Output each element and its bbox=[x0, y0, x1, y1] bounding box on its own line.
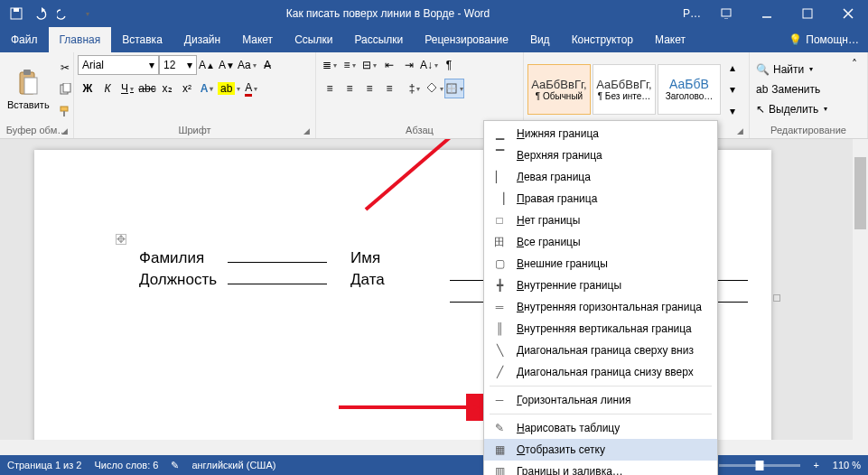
subscript-button[interactable]: x₂ bbox=[157, 79, 177, 98]
status-words[interactable]: Число слов: 6 bbox=[94, 460, 158, 470]
qat-save[interactable] bbox=[5, 3, 27, 24]
border-item-4[interactable]: □Нет границы bbox=[484, 210, 717, 231]
font-name-select[interactable]: Arial▾ bbox=[78, 55, 159, 75]
zoom-level[interactable]: 110 % bbox=[833, 460, 861, 470]
clipboard-launcher[interactable]: ◢ bbox=[61, 126, 68, 135]
tab-конструктор[interactable]: Конструктор bbox=[561, 27, 644, 52]
styles-more[interactable]: ▾ bbox=[723, 101, 742, 121]
tab-главная[interactable]: Главная bbox=[49, 27, 112, 52]
border-item-8[interactable]: ═Внутренняя горизонтальная граница bbox=[484, 296, 717, 318]
align-center-button[interactable]: ≡ bbox=[340, 79, 359, 98]
tab-файл[interactable]: Файл bbox=[0, 27, 49, 52]
border-item-3[interactable]: ▕Правая граница bbox=[484, 188, 717, 210]
status-proofing-icon[interactable]: ✎ bbox=[171, 460, 179, 471]
qat-undo[interactable] bbox=[29, 3, 51, 24]
border-item-dlg[interactable]: ▥Границы и заливка… bbox=[484, 461, 717, 475]
qat-customize[interactable] bbox=[76, 3, 98, 24]
account-button[interactable]: P… bbox=[678, 7, 705, 20]
borders-button[interactable] bbox=[444, 79, 464, 98]
style-heading[interactable]: АаБбВЗаголово… bbox=[658, 64, 721, 115]
change-case-button[interactable]: Aa bbox=[237, 55, 257, 75]
border-item-grid[interactable]: ▦Отобразить сетку bbox=[484, 439, 717, 461]
font-size-select[interactable]: 12▾ bbox=[159, 55, 197, 75]
styles-down[interactable]: ▾ bbox=[723, 79, 742, 99]
tab-рецензирование[interactable]: Рецензирование bbox=[414, 27, 519, 52]
increase-indent-button[interactable]: ⇥ bbox=[399, 55, 419, 75]
clear-formatting-button[interactable]: A̶ bbox=[257, 55, 277, 75]
styles-gallery[interactable]: АаБбВвГг,¶ Обычный АаБбВвГг,¶ Без инте… … bbox=[527, 64, 721, 115]
tab-ссылки[interactable]: Ссылки bbox=[284, 27, 343, 52]
table-move-handle[interactable]: ✥ bbox=[116, 234, 126, 245]
window-minimize[interactable] bbox=[746, 0, 787, 27]
horizontal-scrollbar[interactable] bbox=[0, 440, 853, 455]
status-language[interactable]: английский (США) bbox=[191, 460, 275, 470]
underline-button[interactable]: Ч bbox=[117, 79, 137, 98]
collapse-ribbon-button[interactable]: ˄ bbox=[845, 54, 864, 74]
border-item-9[interactable]: ║Внутренняя вертикальная граница bbox=[484, 318, 717, 340]
qat-redo[interactable] bbox=[52, 3, 74, 24]
shrink-font-button[interactable]: A▼ bbox=[217, 55, 237, 75]
style-normal[interactable]: АаБбВвГг,¶ Обычный bbox=[527, 64, 591, 115]
border-item-0[interactable]: ▁Нижняя граница bbox=[484, 123, 717, 144]
cell-position-label[interactable]: Должность bbox=[134, 269, 222, 291]
bold-button[interactable]: Ж bbox=[78, 79, 98, 98]
replace-button[interactable]: abЗаменить bbox=[753, 79, 830, 99]
table-resize-handle[interactable] bbox=[773, 294, 780, 302]
window-maximize[interactable] bbox=[787, 0, 827, 27]
select-button[interactable]: ↖Выделить▾ bbox=[753, 99, 830, 119]
show-marks-button[interactable]: ¶ bbox=[439, 55, 459, 75]
cut-button[interactable]: ✂ bbox=[55, 58, 75, 78]
grow-font-button[interactable]: A▲ bbox=[197, 55, 217, 75]
ribbon-display-options[interactable] bbox=[705, 0, 746, 27]
tab-макет[interactable]: Макет bbox=[644, 27, 696, 52]
border-item-5[interactable]: 田Все границы bbox=[484, 231, 717, 253]
align-left-button[interactable]: ≡ bbox=[320, 79, 340, 98]
cell-name-label[interactable]: Имя bbox=[332, 247, 390, 269]
paste-button[interactable]: Вставить bbox=[4, 67, 53, 112]
status-page[interactable]: Страница 1 из 2 bbox=[7, 460, 81, 470]
copy-button[interactable] bbox=[55, 79, 75, 99]
tab-вид[interactable]: Вид bbox=[519, 27, 561, 52]
bullets-button[interactable]: ≣ bbox=[320, 55, 340, 75]
cell-date-label[interactable]: Дата bbox=[332, 269, 390, 291]
border-item-draw[interactable]: ✎Нарисовать таблицу bbox=[484, 417, 717, 439]
superscript-button[interactable]: x² bbox=[177, 79, 197, 98]
tab-дизайн[interactable]: Дизайн bbox=[173, 27, 231, 52]
styles-up[interactable]: ▴ bbox=[723, 58, 742, 78]
tab-рассылки[interactable]: Рассылки bbox=[343, 27, 414, 52]
style-no-spacing[interactable]: АаБбВвГг,¶ Без инте… bbox=[593, 64, 656, 115]
font-color-button[interactable]: A bbox=[241, 79, 261, 98]
zoom-slider[interactable] bbox=[719, 464, 800, 467]
border-item-11[interactable]: ╱Диагональная граница снизу вверх bbox=[484, 361, 717, 383]
line-spacing-button[interactable]: ‡ bbox=[405, 79, 425, 98]
tab-макет[interactable]: Макет bbox=[231, 27, 284, 52]
text-effects-button[interactable]: A bbox=[197, 79, 217, 98]
border-item-1[interactable]: ▔Верхняя граница bbox=[484, 144, 717, 166]
border-item-hline[interactable]: ─Горизонтальная линия bbox=[484, 389, 717, 411]
find-button[interactable]: 🔍Найти▾ bbox=[753, 60, 830, 79]
border-item-7[interactable]: ╋Внутренние границы bbox=[484, 275, 717, 296]
border-item-10[interactable]: ╲Диагональная граница сверху вниз bbox=[484, 340, 717, 361]
justify-button[interactable]: ≡ bbox=[379, 79, 399, 98]
tab-вставка[interactable]: Вставка bbox=[111, 27, 173, 52]
cell-surname-label[interactable]: Фамилия bbox=[134, 247, 222, 269]
multilevel-button[interactable]: ⊟ bbox=[359, 55, 379, 75]
italic-button[interactable]: К bbox=[98, 79, 117, 98]
window-close[interactable] bbox=[827, 0, 868, 27]
border-item-6[interactable]: ▢Внешние границы bbox=[484, 253, 717, 275]
border-icon: ╲ bbox=[491, 342, 508, 359]
zoom-in-button[interactable]: + bbox=[806, 456, 827, 474]
shading-button[interactable] bbox=[425, 79, 444, 98]
border-item-2[interactable]: ▏Левая граница bbox=[484, 166, 717, 188]
styles-launcher[interactable]: ◢ bbox=[737, 126, 743, 135]
tell-me-button[interactable]: 💡Помощн… bbox=[779, 27, 868, 52]
format-painter-button[interactable] bbox=[55, 101, 75, 121]
numbering-button[interactable]: ≡ bbox=[340, 55, 359, 75]
sort-button[interactable]: A↓ bbox=[419, 55, 439, 75]
font-launcher[interactable]: ◢ bbox=[303, 126, 310, 135]
vertical-scrollbar[interactable] bbox=[853, 139, 868, 455]
decrease-indent-button[interactable]: ⇤ bbox=[379, 55, 399, 75]
align-right-button[interactable]: ≡ bbox=[359, 79, 379, 98]
highlight-button[interactable]: ab bbox=[217, 79, 241, 98]
strike-button[interactable]: abc bbox=[137, 79, 157, 98]
